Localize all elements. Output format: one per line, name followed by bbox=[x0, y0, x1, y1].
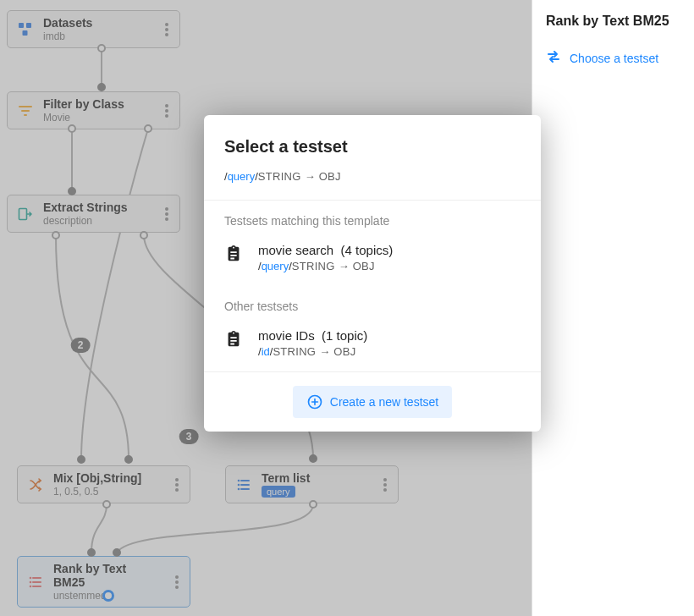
clipboard-icon bbox=[224, 245, 245, 265]
create-testset-button[interactable]: Create a new testset bbox=[293, 386, 452, 418]
select-testset-modal: Select a testset /query/STRING→OBJ Tests… bbox=[204, 115, 541, 432]
clipboard-icon bbox=[224, 330, 245, 350]
modal-title: Select a testset bbox=[224, 137, 520, 157]
testset-template: /query/STRING→OBJ bbox=[258, 260, 393, 272]
sidebar-title: Rank by Text BM25 bbox=[546, 14, 680, 29]
testset-row[interactable]: movie search (4 topics) /query/STRING→OB… bbox=[204, 234, 541, 286]
choose-testset-label: Choose a testset bbox=[570, 52, 658, 65]
testset-row[interactable]: movie IDs (1 topic) /id/STRING→OBJ bbox=[204, 320, 541, 371]
testset-name: movie search (4 topics) bbox=[258, 243, 393, 257]
choose-testset-link[interactable]: Choose a testset bbox=[546, 49, 680, 67]
section-other-label: Other testsets bbox=[204, 286, 541, 320]
section-matching-label: Testsets matching this template bbox=[204, 200, 541, 234]
testset-name: movie IDs (1 topic) bbox=[258, 328, 367, 343]
testset-template: /id/STRING→OBJ bbox=[258, 345, 367, 358]
swap-icon bbox=[546, 49, 561, 67]
sidebar: Rank by Text BM25 Choose a testset bbox=[532, 0, 694, 616]
modal-template: /query/STRING→OBJ bbox=[224, 170, 520, 183]
create-testset-label: Create a new testset bbox=[330, 395, 438, 409]
plus-circle-icon bbox=[306, 393, 323, 410]
